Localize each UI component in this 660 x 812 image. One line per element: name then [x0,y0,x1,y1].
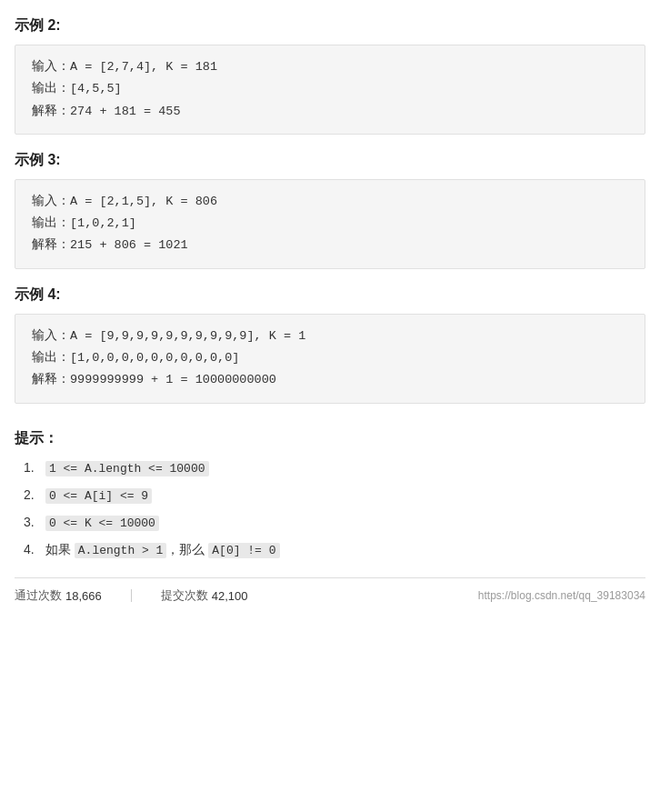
hint-item-4: 4. 如果 A.length > 1，那么 A[0] != 0 [24,539,645,561]
page-wrapper: 示例 2: 输入：A = [2,7,4], K = 181 输出：[4,5,5]… [0,16,660,613]
hints-list: 1. 1 <= A.length <= 10000 2. 0 <= A[i] <… [15,457,645,561]
example4-input: 输入：A = [9,9,9,9,9,9,9,9,9,9], K = 1 [32,326,628,347]
hints-section: 提示： 1. 1 <= A.length <= 10000 2. 0 <= A[… [15,429,645,561]
hint-item-1: 1. 1 <= A.length <= 10000 [24,457,645,479]
example3-title: 示例 3: [15,151,645,170]
pass-value: 18,666 [65,589,102,603]
hint-item-2: 2. 0 <= A[i] <= 9 [24,485,645,506]
hint-num-2: 2. [24,485,42,506]
hint-code-1: 1 <= A.length <= 10000 [45,461,209,476]
submit-label: 提交次数 [161,587,208,604]
example4-title: 示例 4: [15,286,645,305]
footer-link[interactable]: https://blog.csdn.net/qq_39183034 [478,589,645,602]
example2-box: 输入：A = [2,7,4], K = 181 输出：[4,5,5] 解释：27… [15,45,645,135]
hint-item-3: 3. 0 <= K <= 10000 [24,512,645,534]
footer-left: 通过次数 18,666 提交次数 42,100 [15,587,248,604]
example3-explanation: 解释：215 + 806 = 1021 [32,235,628,256]
submit-value: 42,100 [212,589,248,603]
pass-stat: 通过次数 18,666 [15,587,102,604]
example2-title: 示例 2: [15,16,645,35]
hint-code-2: 0 <= A[i] <= 9 [45,488,152,504]
example4-output: 输出：[1,0,0,0,0,0,0,0,0,0,0] [32,347,628,369]
example2-explanation: 解释：274 + 181 = 455 [32,101,628,123]
example3-output: 输出：[1,0,2,1] [32,213,628,235]
footer-divider [131,589,132,602]
example3-input: 输入：A = [2,1,5], K = 806 [32,191,628,213]
example3-box: 输入：A = [2,1,5], K = 806 输出：[1,0,2,1] 解释：… [15,179,645,269]
example4-box: 输入：A = [9,9,9,9,9,9,9,9,9,9], K = 1 输出：[… [15,314,645,404]
hint-num-1: 1. [24,457,42,479]
hint-code-4a: A.length > 1 [75,543,167,558]
hint-code-4b: A[0] != 0 [208,543,279,558]
hint-text-4b: ，那么 [166,542,208,556]
hint-text-4a: 如果 [45,542,75,556]
hint-code-3: 0 <= K <= 10000 [45,516,159,531]
hint-num-4: 4. [24,539,42,561]
hint-num-3: 3. [24,512,42,534]
example2-output: 输出：[4,5,5] [32,78,628,100]
submit-stat: 提交次数 42,100 [161,587,248,604]
example2-input: 输入：A = [2,7,4], K = 181 [32,56,628,78]
pass-label: 通过次数 [15,587,62,604]
hints-title: 提示： [15,429,645,448]
footer-bar: 通过次数 18,666 提交次数 42,100 https://blog.csd… [15,577,645,613]
example4-explanation: 解释：9999999999 + 1 = 10000000000 [32,369,628,391]
